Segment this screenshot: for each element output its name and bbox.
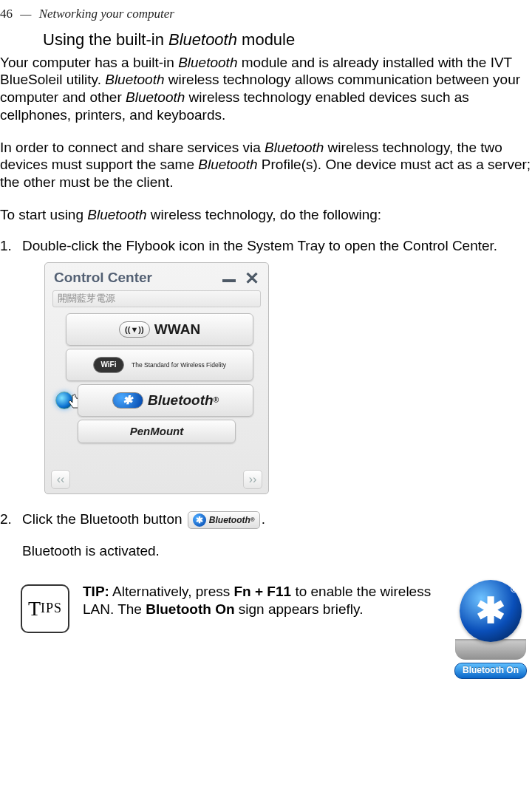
step-2-pre: Click the Bluetooth button <box>22 511 186 527</box>
penmount-label: PenMount <box>130 424 184 439</box>
bluetooth-button[interactable]: ✱ Bluetooth® <box>78 384 253 417</box>
step-2-result: Bluetooth is activated. <box>22 542 532 561</box>
step-2: 2. Click the Bluetooth button ✱ Bluetoot… <box>0 510 532 561</box>
title-post: module <box>237 30 295 49</box>
bluetooth-label: Bluetooth <box>148 392 214 410</box>
bluetooth-orb-icon: ✱ <box>460 580 522 642</box>
page-number: 46 <box>0 7 13 21</box>
inline-bluetooth-label: Bluetooth <box>209 515 250 527</box>
tip-f: sign appears briefly. <box>235 601 364 617</box>
tip-b: Alternatively, press <box>109 584 234 599</box>
bluetooth-on-device: ✱ Bluetooth On <box>449 580 532 679</box>
chapter-title: Networking your computer <box>39 7 174 21</box>
paragraph-start: To start using Bluetooth wireless techno… <box>0 206 532 224</box>
p3a: To start using <box>0 207 87 222</box>
p1a: Your computer has a built-in <box>0 55 178 70</box>
control-center-window: Control Center ✕ 開關藍芽電源 ((▼)) WWAN WiFi … <box>44 262 269 494</box>
step-1: 1. Double-click the Flybook icon in the … <box>0 237 532 495</box>
wwan-label: WWAN <box>154 321 200 339</box>
p1b: Bluetooth <box>178 55 237 70</box>
paragraph-intro: Your computer has a built-in Bluetooth m… <box>0 54 532 124</box>
p1d: Bluetooth <box>105 72 164 87</box>
bluetooth-toggle-icon[interactable] <box>55 392 73 409</box>
page-header: 46 — Networking your computer <box>0 0 532 27</box>
inline-bluetooth-button: ✱ Bluetooth® <box>188 511 260 529</box>
section-title: Using the built-in Bluetooth module <box>43 30 532 51</box>
wifi-icon: WiFi <box>93 357 124 373</box>
next-arrow-icon[interactable]: ›› <box>243 470 262 489</box>
tip-text: TIP: Alternatively, press Fn + F11 to en… <box>83 583 443 618</box>
bluetooth-on-label: Bluetooth On <box>454 663 527 679</box>
step-2-number: 2. <box>0 510 22 561</box>
tip-e: Bluetooth On <box>146 601 234 617</box>
title-pre: Using the built-in <box>43 30 168 49</box>
bluetooth-device-base <box>455 639 526 660</box>
tip-row: TIPS TIP: Alternatively, press Fn + F11 … <box>0 583 532 679</box>
p3c: wireless technology, do the following: <box>147 207 382 222</box>
control-center-titlebar: Control Center ✕ <box>51 267 262 287</box>
p1f: Bluetooth <box>126 89 185 105</box>
tips-t: T <box>28 595 41 622</box>
tips-icon: TIPS <box>21 584 69 633</box>
tip-c: Fn + F11 <box>234 584 292 599</box>
penmount-button[interactable]: PenMount <box>78 420 236 443</box>
bluetooth-icon: ✱ <box>112 392 143 409</box>
step-2-post: . <box>262 511 265 527</box>
title-bluetooth: Bluetooth <box>168 30 237 49</box>
step-1-number: 1. <box>0 237 22 495</box>
p2a: In order to connect and share services v… <box>0 140 265 155</box>
step-1-text: Double-click the Flybook icon in the Sys… <box>22 237 532 256</box>
wifi-sublabel: The Standard for Wireless Fidelity <box>132 362 226 369</box>
tips-ips: IPS <box>41 600 62 617</box>
inline-bluetooth-icon: ✱ <box>193 513 206 527</box>
step-2-text: Click the Bluetooth button ✱ Bluetooth® … <box>22 510 532 529</box>
wwan-icon: ((▼)) <box>119 321 150 338</box>
tip-label: TIP: <box>83 584 109 599</box>
paragraph-profiles: In order to connect and share services v… <box>0 139 532 191</box>
header-dash: — <box>20 7 31 21</box>
control-center-subtitle: 開關藍芽電源 <box>52 290 261 307</box>
p3b: Bluetooth <box>87 207 146 222</box>
control-center-title: Control Center <box>54 269 152 287</box>
prev-arrow-icon[interactable]: ‹‹ <box>51 470 70 489</box>
minimize-icon[interactable] <box>222 279 236 282</box>
p2b: Bluetooth <box>265 140 324 155</box>
p2d: Bluetooth <box>198 157 257 172</box>
wwan-button[interactable]: ((▼)) WWAN <box>66 313 253 346</box>
wifi-button[interactable]: WiFi The Standard for Wireless Fidelity <box>66 349 253 381</box>
close-icon[interactable]: ✕ <box>245 272 259 285</box>
